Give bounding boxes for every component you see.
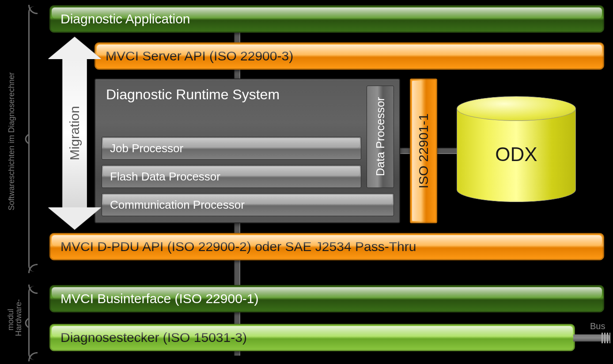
bar-data-processor: Data Processor xyxy=(367,86,394,188)
bus-spur xyxy=(573,334,609,341)
brace-hardware xyxy=(28,286,37,360)
layer-diagnostic-connector: Diagnosestecker (ISO 15031-3) xyxy=(49,324,575,351)
migration-arrow-label: Migration xyxy=(67,106,82,160)
label-hardware-side-1: Hardware- xyxy=(14,299,23,336)
layer-diagnostic-connector-label: Diagnosestecker (ISO 15031-3) xyxy=(61,330,247,345)
label-software-side: Softwareschichten im Diagnoserechner xyxy=(7,66,16,216)
bar-iso22901-label: ISO 22901-1 xyxy=(416,113,431,188)
bar-job-processor-label: Job Processor xyxy=(110,142,183,155)
layer-mvci-server-api-label: MVCI Server API (ISO 22900-3) xyxy=(106,49,293,64)
layer-diagnostic-application: Diagnostic Application xyxy=(49,5,604,33)
brace-software xyxy=(28,6,37,272)
bar-communication-processor: Communication Processor xyxy=(102,193,394,216)
diagram-stage: Softwareschichten im Diagnoserechner Har… xyxy=(0,0,613,364)
panel-runtime-system: Diagnostic Runtime System Job Processor … xyxy=(95,79,400,223)
layer-dpdu-api-label: MVCI D-PDU API (ISO 22900-2) oder SAE J2… xyxy=(61,239,416,254)
migration-arrow: Migration xyxy=(55,58,95,208)
db-odx: ODX xyxy=(457,96,576,202)
label-hardware-side-2: modul xyxy=(6,309,15,330)
bus-label: Bus xyxy=(590,321,605,331)
panel-runtime-title: Diagnostic Runtime System xyxy=(106,86,280,103)
layer-diagnostic-application-label: Diagnostic Application xyxy=(61,11,190,26)
bar-flash-data-processor-label: Flash Data Processor xyxy=(110,170,220,184)
bar-iso22901: ISO 22901-1 xyxy=(410,79,437,223)
layer-businterface-label: MVCI Businterface (ISO 22900-1) xyxy=(61,291,259,306)
bar-communication-processor-label: Communication Processor xyxy=(110,198,245,212)
db-odx-label: ODX xyxy=(457,143,576,165)
bar-flash-data-processor: Flash Data Processor xyxy=(102,165,361,188)
layer-businterface: MVCI Businterface (ISO 22900-1) xyxy=(49,285,604,312)
layer-dpdu-api: MVCI D-PDU API (ISO 22900-2) oder SAE J2… xyxy=(49,233,604,260)
bar-job-processor: Job Processor xyxy=(102,137,361,160)
layer-mvci-server-api: MVCI Server API (ISO 22900-3) xyxy=(95,42,604,70)
bar-data-processor-label: Data Processor xyxy=(374,97,387,176)
